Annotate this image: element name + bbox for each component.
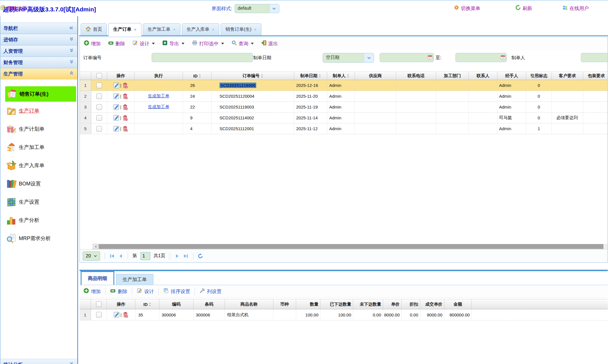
scrollbar-thumb[interactable] <box>99 244 603 249</box>
sort-icon[interactable] <box>347 74 349 78</box>
first-page-icon[interactable] <box>109 253 115 259</box>
maker-filter-input[interactable] <box>581 53 608 62</box>
table-row[interactable]: 3|生成加工单22SCD202511190032025-11-19AdminAd… <box>80 102 607 113</box>
dropdown-arrow-icon[interactable] <box>251 43 254 44</box>
sidebar-item-production-plan[interactable]: 生产计划单 <box>1 120 77 138</box>
table-row[interactable]: 1|26SCD202512160052025-12-16AdminAdmin0 <box>80 80 607 91</box>
query-button[interactable]: 查询 <box>231 40 254 47</box>
collapse-left-icon[interactable] <box>69 25 73 31</box>
delete-row-icon[interactable] <box>122 126 128 132</box>
column-header[interactable]: 编码 <box>159 299 194 309</box>
delete-row-icon[interactable] <box>122 312 129 318</box>
tab-production-process[interactable]: 生产加工单 × <box>143 23 180 35</box>
close-icon[interactable]: × <box>173 27 176 32</box>
column-header[interactable]: 操作 <box>107 299 135 309</box>
detail-delete-button[interactable]: 删除 <box>105 288 132 295</box>
tab-detail-process-order[interactable]: 生产加工单 <box>116 274 153 285</box>
column-header[interactable]: 加工部门 <box>436 72 469 80</box>
switch-menu-button[interactable]: 切换菜单 <box>454 5 480 12</box>
design-button[interactable]: 设计 <box>133 40 155 47</box>
prev-page-icon[interactable] <box>118 253 123 259</box>
table-row[interactable]: 4|9SCD202511140022025-11-14Admin司马懿0必须要达… <box>80 113 607 123</box>
chevron-down-icon[interactable] <box>269 4 279 13</box>
column-header[interactable]: 成交单价 <box>420 299 444 309</box>
order-no-filter-input[interactable] <box>152 53 253 62</box>
nav-settings-button[interactable]: 导航设置 <box>0 5 27 12</box>
sidebar-section-finance[interactable]: 财务管理 <box>1 57 77 68</box>
column-header[interactable]: 金额 <box>444 299 471 309</box>
export-button[interactable]: 导出 <box>162 40 184 47</box>
sidebar-section-hr[interactable]: 人资管理 <box>1 45 77 57</box>
table-row[interactable]: 5|4SCD202511120012025-11-12AdminAdmin1 <box>80 123 607 134</box>
sidebar-item-bom-settings[interactable]: BOM设置 <box>1 175 77 193</box>
generate-process-order-link[interactable]: 生成加工单 <box>148 93 169 99</box>
next-page-icon[interactable] <box>175 253 180 259</box>
calendar-icon[interactable]: 17 <box>428 55 432 60</box>
sidebar-section-production[interactable]: 生产管理 <box>1 68 77 79</box>
column-header[interactable]: 操作 <box>107 72 135 80</box>
last-page-icon[interactable] <box>183 253 188 259</box>
column-header[interactable]: 联系电话 <box>396 72 436 80</box>
row-checkbox[interactable] <box>96 115 102 121</box>
column-header[interactable]: 供应商 <box>355 72 396 80</box>
delete-row-icon[interactable] <box>122 82 128 89</box>
sidebar-section-statistics[interactable]: 统计分析 <box>1 359 77 364</box>
close-icon[interactable]: × <box>212 27 215 32</box>
reload-icon[interactable] <box>198 253 203 259</box>
column-header[interactable]: 商品名称 <box>225 299 273 309</box>
column-header[interactable]: 已下达数量 <box>320 299 353 309</box>
page-number-input[interactable] <box>141 252 150 260</box>
delete-button[interactable]: 删除 <box>108 40 125 47</box>
sort-icon[interactable] <box>149 302 151 306</box>
sidebar-nav-title[interactable]: 导航栏 <box>1 23 77 34</box>
edit-icon[interactable] <box>113 126 119 132</box>
sidebar-item-production-inbound[interactable]: 生产入库单 <box>1 156 77 175</box>
column-header[interactable]: 单价 <box>383 299 402 309</box>
calendar-icon[interactable]: 17 <box>501 55 505 60</box>
sidebar-item-production-process[interactable]: 生产加工单 <box>1 138 77 156</box>
edit-icon[interactable] <box>113 312 120 318</box>
column-header[interactable]: 折扣 <box>402 299 420 309</box>
column-header[interactable]: 制单人 <box>327 72 355 80</box>
sort-icon[interactable] <box>319 74 321 78</box>
detail-sort-settings-button[interactable]: 排序设置 <box>159 288 195 295</box>
row-checkbox[interactable] <box>96 126 102 132</box>
sort-icon[interactable] <box>199 74 201 78</box>
print-selected-button[interactable]: 打印选中 <box>192 40 224 47</box>
detail-add-button[interactable]: 增加 <box>84 288 105 295</box>
tab-home[interactable]: 首页 <box>81 23 107 35</box>
exit-button[interactable]: 退出 <box>261 40 278 47</box>
edit-icon[interactable] <box>113 115 119 121</box>
sidebar-item-production-order[interactable]: 生产订单 <box>1 102 77 120</box>
table-row[interactable]: 2|生成加工单24SCD202511200042025-11-20AdminAd… <box>80 91 607 102</box>
delete-row-icon[interactable] <box>122 104 128 110</box>
sort-icon[interactable] <box>261 74 263 78</box>
date-from-input[interactable]: 17 <box>380 53 434 62</box>
column-header[interactable]: ID <box>135 299 159 309</box>
dropdown-arrow-icon[interactable] <box>221 43 224 44</box>
column-header[interactable]: 包装要求 <box>583 72 608 80</box>
column-header[interactable]: 引用标志 <box>526 72 552 80</box>
refresh-button[interactable]: 刷新 <box>515 5 532 12</box>
column-header[interactable]: 客户要求 <box>552 72 583 80</box>
row-checkbox[interactable] <box>96 312 102 318</box>
sidebar-item-production-analysis[interactable]: 生产分析 <box>1 211 77 229</box>
edit-icon[interactable] <box>113 93 119 99</box>
tab-product-detail[interactable]: 商品明细 <box>81 271 114 285</box>
edit-icon[interactable] <box>113 104 119 110</box>
dropdown-arrow-icon[interactable] <box>152 43 155 44</box>
page-size-select[interactable]: 20 <box>83 251 100 261</box>
column-header[interactable]: 联系人 <box>469 72 497 80</box>
sidebar-item-production-settings[interactable]: 生产设置 <box>1 193 77 211</box>
detail-column-settings-button[interactable]: 列设置 <box>195 288 226 295</box>
sidebar-section-jxc[interactable]: 进销存 <box>1 34 77 45</box>
sidebar-item-mrp-analysis[interactable]: MRP需求分析 <box>1 229 77 248</box>
close-icon[interactable]: × <box>254 27 257 32</box>
chevron-down-icon[interactable] <box>364 53 374 62</box>
sidebar-item-sales-order[interactable]: 销售订单(生) <box>5 86 76 102</box>
column-header[interactable]: 经手人 <box>497 72 526 80</box>
select-all-checkbox[interactable] <box>96 301 102 307</box>
scrollbar-track[interactable] <box>98 244 607 249</box>
column-header[interactable]: 未下达数量 <box>353 299 383 309</box>
tab-sales-order[interactable]: 销售订单(生) × <box>221 23 261 35</box>
